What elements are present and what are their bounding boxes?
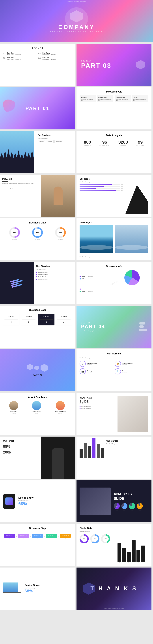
image-ocean-2 — [115, 225, 148, 253]
wave-overlay — [80, 245, 113, 250]
biz-card-3: COMPANY 3 — [38, 314, 55, 326]
market-title: MARKETSLIDE — [80, 396, 116, 403]
analysis-content: ANALYSISSLIDE 60% Stats 70% Stats 80% St… — [114, 492, 148, 511]
part02-cubes — [27, 364, 48, 372]
slide-market-slide: MARKETSLIDE More About Item one descript… — [77, 393, 151, 435]
market-image — [117, 396, 148, 432]
agenda-grid: 01. Part OneMore About Company 03. Part … — [3, 52, 72, 60]
sc-circle-2: 🎨 — [115, 361, 121, 367]
bizcards-title: Business Data — [3, 309, 72, 312]
slide-mrsjoke: Mrs. Joke More About Company text goes h… — [0, 174, 75, 217]
slide-part02: PART 02 — [0, 349, 75, 392]
market-bullet-1 — [80, 406, 80, 407]
circle-90: 90% More About — [32, 227, 43, 240]
ring-circles: 75% 60% 45% — [80, 534, 115, 544]
analysis-stat-4: 90% Stats — [137, 503, 143, 510]
pill-3 — [139, 329, 147, 331]
business-btn-1[interactable]: Our Story — [38, 140, 45, 143]
biz-card-2: COMPANY 2 — [21, 314, 37, 326]
da-stat-1: 800 WEBSITE — [84, 140, 91, 146]
part01-text: PART 01 — [25, 106, 49, 111]
analysis-stats: 60% Stats 70% Stats 80% Stats 90% Stats — [114, 503, 148, 510]
mrsjoke-title: More About Company — [2, 187, 39, 189]
device-title: Device Show — [18, 496, 72, 499]
circles-row: 50% More About 90% More About 40% More A… — [3, 227, 72, 240]
target-text: More About Company — [80, 181, 123, 182]
service-title: Our Service — [36, 265, 73, 268]
service-circles-top: More About Company — [80, 357, 148, 358]
card-line-2 — [22, 320, 36, 320]
our-market-text: More About Company — [106, 443, 148, 444]
market-bullet-2 — [80, 408, 80, 409]
target-mountain — [125, 178, 148, 214]
analysis-title: ANALYSISSLIDE — [114, 492, 148, 501]
slide-part01: PART 01 — [0, 87, 75, 130]
person-silhouette — [54, 186, 63, 205]
mrsjoke-text: More About Company text goes here descri… — [2, 183, 39, 184]
service-item-4: Service Title Here — [36, 278, 73, 280]
target2-content: Our Target 98% 200k — [0, 436, 41, 479]
target2-stats: 98% 200k — [3, 444, 38, 454]
mrsjoke-portrait — [41, 174, 75, 217]
step-box-3: SECTION 03 — [32, 534, 43, 538]
business-btn-3[interactable]: Our Mission — [55, 140, 63, 143]
bizinfo-options-left: Option 1 More About Option 3 More About — [80, 276, 112, 280]
watch-icon — [3, 494, 15, 509]
mrsjoke-content: Mrs. Joke More About Company text goes h… — [0, 174, 41, 217]
target2-image — [41, 436, 75, 479]
sc-item-2: 🎨 Adaptive Design More About — [115, 361, 148, 367]
mbar-1: A — [80, 449, 83, 460]
slide-company-cover: COMPANY BUSINESS PRESENTATION TEMPLATE C… — [0, 0, 153, 42]
service-item-2: Service Title Here — [36, 274, 73, 275]
isocube-2 — [34, 366, 39, 370]
sc-item-4: 🔍 Seo More About — [115, 368, 148, 374]
agenda-item-2: 02. Part TwoMore About Company — [3, 57, 37, 60]
person-dark — [52, 448, 64, 479]
city-silhouette — [0, 148, 34, 173]
chart-bar-4: D — [132, 540, 135, 563]
avatar-2 — [32, 401, 41, 410]
bizinfo-pie-center: pptstore — [115, 270, 148, 285]
da-stat-3: 3200 ASSETS — [118, 140, 128, 146]
thanks-title: T H A N K S — [90, 586, 137, 592]
isocube-3 — [41, 364, 48, 372]
mbar-6: F — [101, 448, 104, 460]
slide-business-data-circles: Business Data 50% More About 90% More Ab… — [0, 218, 75, 260]
chart-bar-2: B — [122, 548, 126, 563]
avatar-1 — [9, 401, 18, 410]
thanks-copyright: Copyright © http://www.pptstore.net — [104, 608, 124, 609]
part04-sub: More About Company text goes here — [81, 330, 147, 332]
agenda-num-4: 04. — [38, 57, 41, 60]
bizinfo-grid: Option 1 More About Option 3 More About … — [80, 270, 148, 292]
market-content: MARKETSLIDE More About Item one descript… — [80, 396, 116, 432]
slide-our-service: Our Service More About Company Service T… — [0, 262, 75, 304]
sc-item-1: 🛡 Data Protection More About — [80, 361, 113, 367]
cards-row: COMPANY 1 COMPANY 2 COMPANY — [3, 314, 72, 326]
target-title: Our Target — [80, 178, 123, 180]
business-btn-2[interactable]: Our Vision — [46, 140, 54, 143]
team-member-1: Our Writer Position — [9, 401, 18, 414]
circle-40: 40% More About — [55, 227, 66, 240]
isocube-1 — [27, 364, 33, 370]
service-content: Our Service More About Company Service T… — [34, 262, 75, 304]
card-line-accent — [22, 319, 36, 319]
slide-part04: SECTION PART 04 More About Company text … — [77, 306, 151, 348]
slide-our-target: Our Target More About Company 80% 60% 40… — [77, 174, 151, 217]
service-circles-title: Our Service — [80, 352, 148, 355]
ring-60: 60% — [90, 534, 99, 544]
target-bar-4: 90% — [80, 190, 123, 191]
two-images-text: More About Company — [80, 256, 148, 257]
service-decorative-lines — [10, 278, 24, 288]
analysis-image — [80, 488, 111, 515]
pill-1 — [139, 322, 145, 324]
target-bar-2: 60% — [80, 186, 123, 187]
chart-bar-3: C — [127, 552, 131, 563]
slide-our-target-2: Our Target 98% 200k — [0, 436, 75, 479]
device2-title: Device Show — [25, 584, 72, 586]
market-bars: A B C D E F — [80, 440, 104, 462]
sc-item-3: 📷 Photography More About — [80, 368, 113, 374]
agenda-title: AGENDA — [32, 47, 44, 50]
avatar-3 — [56, 401, 65, 410]
step-box-5: SECTION 05 — [60, 534, 71, 538]
pill-2 — [139, 326, 144, 328]
